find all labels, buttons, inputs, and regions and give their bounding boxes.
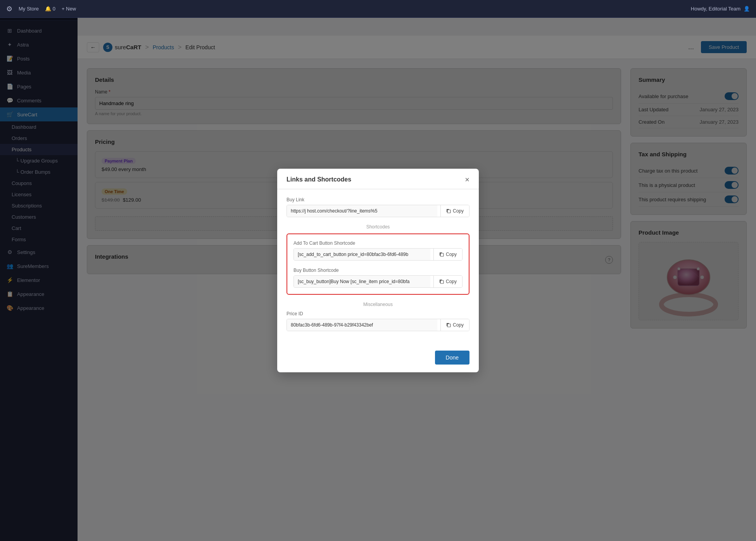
modal-title: Links and Shortcodes [287, 176, 351, 183]
svg-rect-12 [440, 253, 444, 256]
copy-icon [439, 252, 444, 257]
price-id-copy-button[interactable]: Copy [440, 319, 469, 331]
buy-link-group: Buy Link https://j host.com/checkout/?li… [287, 197, 469, 217]
add-to-cart-group: Add To Cart Button Shortcode [sc_add_to_… [293, 240, 463, 261]
buy-link-label: Buy Link [287, 197, 469, 202]
add-to-cart-label: Add To Cart Button Shortcode [293, 240, 463, 246]
links-shortcodes-modal: Links and Shortcodes × Buy Link https://… [277, 169, 479, 372]
misc-section: Miscellaneous Price ID 80bfac3b-6fd6-489… [287, 302, 469, 331]
buy-button-group: Buy Button Shortcode [sc_buy_button]Buy … [293, 268, 463, 288]
modal-footer: Done [277, 346, 479, 372]
buy-link-value: https://j host.com/checkout/?line_items%… [287, 205, 437, 217]
modal-overlay[interactable]: Links and Shortcodes × Buy Link https://… [0, 0, 756, 541]
modal-body: Buy Link https://j host.com/checkout/?li… [277, 189, 479, 346]
modal-header: Links and Shortcodes × [277, 169, 479, 189]
copy-icon [446, 323, 451, 327]
add-to-cart-value: [sc_add_to_cart_button price_id=80bfac3b… [294, 249, 430, 260]
add-to-cart-row: [sc_add_to_cart_button price_id=80bfac3b… [293, 248, 463, 261]
modal-close-button[interactable]: × [465, 176, 469, 183]
buy-button-row: [sc_buy_button]Buy Now [sc_line_item pri… [293, 275, 463, 288]
copy-icon [439, 279, 444, 284]
svg-rect-11 [447, 210, 450, 213]
svg-rect-13 [440, 280, 444, 283]
buy-button-value: [sc_buy_button]Buy Now [sc_line_item pri… [294, 276, 430, 287]
price-id-value: 80bfac3b-6fd6-489b-97f4-b29f43342bef [287, 319, 437, 331]
done-button[interactable]: Done [435, 351, 469, 365]
buy-link-row: https://j host.com/checkout/?line_items%… [287, 205, 469, 217]
price-id-group: Price ID 80bfac3b-6fd6-489b-97f4-b29f433… [287, 311, 469, 331]
shortcodes-box: Add To Cart Button Shortcode [sc_add_to_… [287, 233, 469, 295]
add-to-cart-copy-button[interactable]: Copy [433, 249, 462, 260]
price-id-label: Price ID [287, 311, 469, 316]
buy-button-label: Buy Button Shortcode [293, 268, 463, 273]
shortcodes-divider-label: Shortcodes [287, 224, 469, 230]
svg-rect-14 [447, 324, 450, 327]
price-id-row: 80bfac3b-6fd6-489b-97f4-b29f43342bef Cop… [287, 319, 469, 331]
buy-button-copy-button[interactable]: Copy [433, 276, 462, 287]
copy-icon [446, 209, 451, 213]
buy-link-copy-button[interactable]: Copy [440, 205, 469, 217]
misc-divider-label: Miscellaneous [287, 302, 469, 307]
